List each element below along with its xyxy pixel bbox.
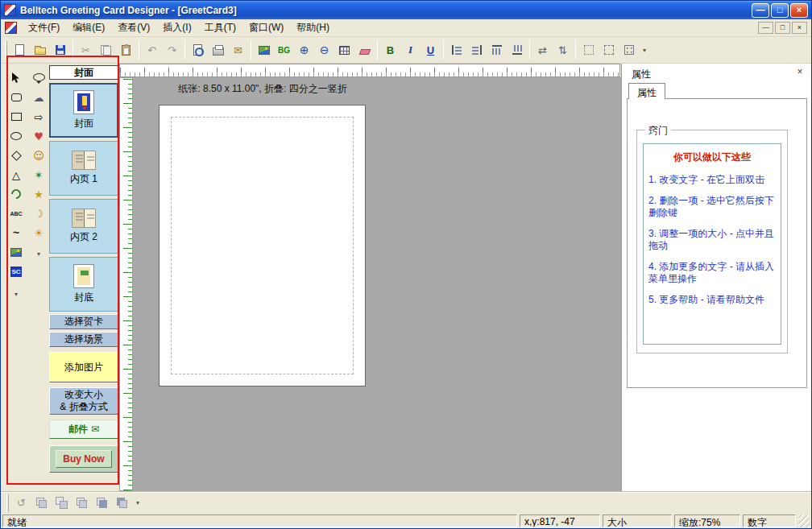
sun-tool[interactable]: ☀ — [30, 225, 48, 241]
flip-vertical-button[interactable]: ⇅ — [553, 40, 573, 60]
duplicate-button[interactable] — [72, 494, 92, 512]
curve-tool[interactable]: ~ — [7, 225, 25, 241]
mdi-minimize-button[interactable]: — — [758, 22, 773, 34]
text-tool[interactable]: ABC — [7, 205, 25, 221]
change-size-fold-button[interactable]: 改变大小 & 折叠方式 — [49, 387, 118, 415]
align-right-button[interactable] — [466, 40, 487, 60]
mail-button[interactable]: 邮件 ✉ — [49, 419, 118, 439]
page-thumb-back[interactable]: 封底 — [49, 257, 118, 312]
redo-button[interactable]: ↷ — [162, 40, 182, 60]
toolbar-separator — [184, 40, 185, 60]
menu-item-file[interactable]: 文件(F) — [22, 19, 66, 37]
toolbar-grip[interactable] — [6, 494, 9, 512]
paste-button[interactable] — [116, 40, 136, 60]
heart-tool[interactable]: ♥ — [30, 128, 48, 144]
ungroup-button[interactable] — [52, 494, 72, 512]
zoom-in-button[interactable]: ⊕ — [294, 40, 314, 60]
table-button[interactable] — [334, 40, 354, 60]
snap-button[interactable] — [599, 40, 619, 60]
moon-tool[interactable]: ☽ — [30, 205, 48, 221]
cut-button[interactable]: ✂ — [76, 40, 96, 60]
starburst-tool[interactable]: ✶ — [30, 167, 48, 183]
menu-item-help[interactable]: 帮助(H) — [290, 19, 336, 37]
card-page[interactable] — [159, 105, 366, 386]
mdi-restore-button[interactable]: □ — [775, 22, 790, 34]
star-tool[interactable]: ★ — [30, 186, 48, 202]
print-preview-button[interactable] — [188, 40, 208, 60]
oval-callout-tool[interactable] — [30, 70, 48, 86]
document-icon[interactable] — [5, 22, 17, 34]
arrange-toolbar-overflow[interactable]: ▾ — [132, 499, 143, 506]
status-num-indicator: 数字 — [743, 515, 796, 527]
page-thumb-inner2[interactable]: 内页 2 — [49, 199, 118, 254]
menu-item-view[interactable]: 查看(V) — [111, 19, 156, 37]
toolbar-separator — [529, 40, 530, 60]
rounded-rectangle-tool[interactable] — [7, 89, 25, 105]
clipart-tool[interactable]: SC — [7, 263, 25, 279]
background-button[interactable]: BG — [274, 40, 294, 60]
triangle-tool[interactable]: △ — [7, 167, 25, 183]
shapes-toolbar-overflow[interactable]: ▾ — [33, 250, 44, 258]
photo-button[interactable] — [254, 40, 274, 60]
grid-button[interactable] — [578, 40, 599, 60]
email-button[interactable]: ✉ — [228, 40, 248, 60]
align-top-button[interactable] — [487, 40, 507, 60]
block-arrow-tool[interactable]: ⇨ — [30, 109, 48, 125]
menu-item-window[interactable]: 窗口(W) — [242, 19, 290, 37]
title-bar[interactable]: Belltech Greeting Card Designer - [Greet… — [1, 1, 811, 19]
eraser-button[interactable] — [354, 40, 375, 60]
group-button[interactable] — [31, 494, 52, 512]
panel-close-icon[interactable]: × — [793, 66, 806, 77]
drawing-toolbar-overflow[interactable]: ▾ — [10, 291, 22, 298]
page-thumb-cover[interactable]: 封面 — [49, 83, 118, 138]
menu-item-edit[interactable]: 编辑(E) — [66, 19, 111, 37]
guides-button[interactable] — [619, 40, 639, 60]
duplicate-icon — [77, 498, 87, 508]
align-bottom-button[interactable] — [507, 40, 527, 60]
mdi-close-button[interactable]: × — [792, 22, 807, 34]
italic-button[interactable]: I — [400, 40, 420, 60]
cloud-callout-tool[interactable]: ☁ — [30, 89, 48, 105]
toolbar-grip[interactable] — [5, 41, 7, 59]
heart-icon: ♥ — [34, 131, 44, 142]
toolbar-overflow-button[interactable]: ▾ — [639, 47, 650, 54]
add-picture-button[interactable]: 添加图片 — [49, 352, 118, 382]
maximize-button[interactable]: □ — [771, 3, 789, 18]
send-to-back-button[interactable] — [112, 494, 132, 512]
flip-horizontal-button[interactable]: ⇄ — [532, 40, 553, 60]
minimize-button[interactable]: — — [752, 3, 769, 18]
select-card-button[interactable]: 选择贺卡 — [49, 314, 118, 329]
smiley-tool[interactable]: ☺ — [30, 147, 48, 163]
zoom-out-button[interactable]: ⊖ — [314, 40, 334, 60]
close-button[interactable]: × — [790, 3, 808, 18]
menu-item-tools[interactable]: 工具(T) — [198, 19, 242, 37]
resize-grip[interactable] — [798, 515, 810, 527]
tab-properties[interactable]: 属性 — [628, 83, 665, 99]
select-scene-button[interactable]: 选择场景 — [49, 332, 118, 347]
buy-now-button[interactable]: Buy Now — [49, 445, 118, 473]
application-window: Belltech Greeting Card Designer - [Greet… — [0, 0, 812, 529]
save-button[interactable] — [50, 40, 70, 60]
undo-button[interactable]: ↶ — [142, 40, 162, 60]
rectangle-tool[interactable] — [7, 109, 25, 125]
arc-tool[interactable] — [7, 186, 25, 202]
print-button[interactable] — [208, 40, 228, 60]
ellipse-tool[interactable] — [7, 128, 25, 144]
rotate-button[interactable]: ↺ — [11, 494, 31, 512]
underline-icon: U — [427, 44, 434, 56]
grid-icon — [584, 45, 594, 55]
new-document-button[interactable] — [10, 40, 30, 60]
picture-tool[interactable] — [7, 244, 25, 260]
menu-item-insert[interactable]: 插入(I) — [156, 19, 197, 37]
page-thumb-inner1[interactable]: 内页 1 — [49, 141, 118, 196]
select-tool[interactable] — [7, 70, 25, 86]
align-left-button[interactable] — [446, 40, 466, 60]
open-button[interactable] — [30, 40, 50, 60]
bold-button[interactable]: B — [380, 40, 400, 60]
copy-button[interactable] — [96, 40, 116, 60]
diamond-tool[interactable] — [7, 147, 25, 163]
mdi-window-controls: — □ × — [758, 22, 807, 34]
bring-to-front-button[interactable] — [92, 494, 112, 512]
underline-button[interactable]: U — [420, 40, 441, 60]
tips-heading: 你可以做以下这些 — [648, 151, 776, 164]
